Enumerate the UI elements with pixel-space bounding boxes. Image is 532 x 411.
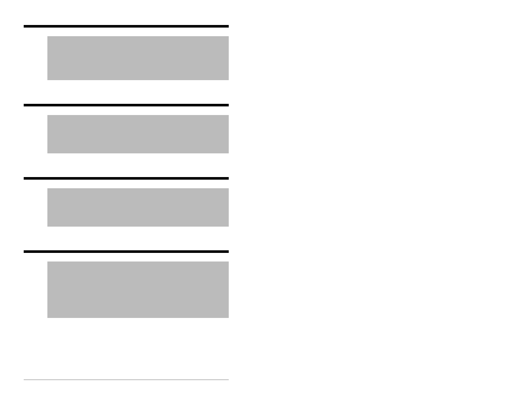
- footer-divider: [24, 380, 229, 380]
- section-2: [24, 104, 229, 153]
- content-placeholder: [47, 188, 229, 227]
- divider-bar: [24, 25, 229, 28]
- divider-bar: [24, 250, 229, 253]
- divider-bar: [24, 177, 229, 180]
- content-placeholder: [47, 262, 229, 318]
- section-3: [24, 177, 229, 227]
- content-placeholder: [47, 115, 229, 153]
- section-4: [24, 250, 229, 318]
- divider-bar: [24, 104, 229, 106]
- section-1: [24, 25, 229, 80]
- content-placeholder: [47, 36, 229, 80]
- content-column: [24, 25, 229, 342]
